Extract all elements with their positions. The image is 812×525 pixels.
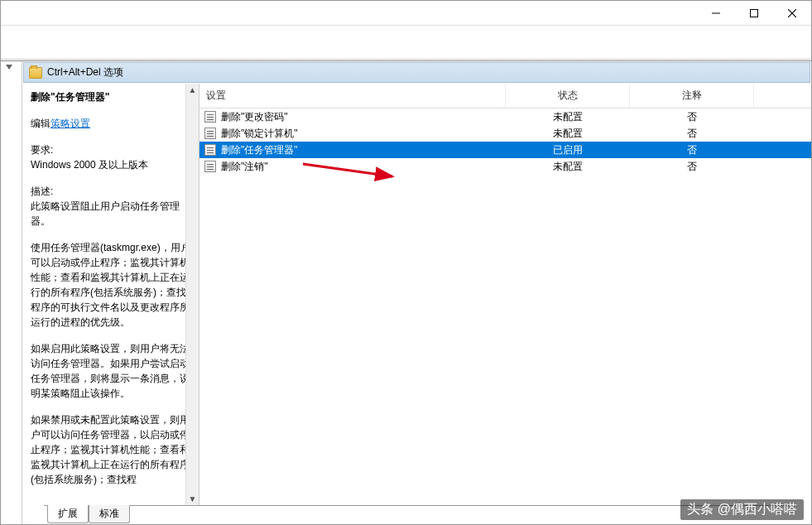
col-state[interactable]: 状态 [506, 84, 630, 108]
policy-note: 否 [630, 110, 754, 124]
panel-header: Ctrl+Alt+Del 选项 [23, 62, 810, 83]
policy-state: 未配置 [506, 110, 630, 124]
col-setting[interactable]: 设置 [199, 84, 506, 108]
policy-note: 否 [630, 160, 754, 174]
policy-row[interactable]: 删除"注销"未配置否 [199, 158, 811, 175]
policy-icon [204, 111, 216, 123]
maximize-button[interactable] [735, 1, 773, 26]
window-frame: Ctrl+Alt+Del 选项 删除"任务管理器" 编辑策略设置 要求: Win… [0, 0, 812, 525]
edit-policy-link[interactable]: 策略设置 [50, 118, 90, 129]
watermark: 头条 @偶西小嗒嗒 [680, 499, 804, 520]
minimize-button[interactable] [697, 1, 735, 26]
description-pane: 删除"任务管理器" 编辑策略设置 要求: Windows 2000 及以上版本 … [22, 84, 199, 505]
edit-label: 编辑 [31, 118, 50, 129]
policy-label: 删除"更改密码" [221, 110, 288, 124]
policy-list-pane: 设置 状态 注释 删除"更改密码"未配置否删除"锁定计算机"未配置否删除"任务管… [199, 84, 811, 505]
policy-state: 未配置 [506, 160, 630, 174]
svg-rect-1 [751, 9, 758, 17]
scroll-up-icon[interactable]: ▲ [189, 84, 197, 96]
tab-standard[interactable]: 标准 [89, 505, 130, 523]
requirements-text: Windows 2000 及以上版本 [31, 157, 190, 172]
description-label: 描述: [31, 184, 190, 199]
titlebar [1, 1, 811, 26]
column-headers: 设置 状态 注释 [199, 84, 811, 108]
col-note[interactable]: 注释 [630, 84, 754, 108]
close-button[interactable] [773, 1, 811, 26]
panel-title: Ctrl+Alt+Del 选项 [47, 65, 123, 79]
policy-state: 未配置 [506, 127, 630, 141]
policy-label: 删除"任务管理器" [221, 143, 298, 157]
folder-icon [29, 67, 42, 79]
policy-row[interactable]: 删除"锁定计算机"未配置否 [199, 125, 811, 142]
description-p2: 使用任务管理器(taskmgr.exe)，用户可以启动或停止程序；监视其计算机性… [31, 240, 190, 330]
main-panel: Ctrl+Alt+Del 选项 删除"任务管理器" 编辑策略设置 要求: Win… [22, 61, 811, 524]
policy-note: 否 [630, 127, 754, 141]
description-p3: 如果启用此策略设置，则用户将无法访问任务管理器。如果用户尝试启动任务管理器，则将… [31, 341, 190, 401]
policy-icon [204, 128, 216, 139]
requirements-label: 要求: [31, 142, 190, 157]
description-p1: 此策略设置阻止用户启动任务管理器。 [31, 199, 190, 229]
scroll-down-icon[interactable]: ▼ [189, 493, 197, 505]
left-scrollbar[interactable]: ▲ ▼ [185, 84, 199, 505]
policy-row[interactable]: 删除"任务管理器"已启用否 [199, 142, 811, 158]
toolbar-area [1, 26, 811, 60]
policy-state: 已启用 [506, 143, 630, 157]
content-area: Ctrl+Alt+Del 选项 删除"任务管理器" 编辑策略设置 要求: Win… [1, 60, 811, 524]
tree-collapse-gutter[interactable] [1, 61, 22, 524]
policy-icon [204, 144, 216, 156]
description-p4: 如果禁用或未配置此策略设置，则用户可以访问任务管理器，以启动或停止程序；监视其计… [31, 412, 190, 487]
split-body: 删除"任务管理器" 编辑策略设置 要求: Windows 2000 及以上版本 … [22, 84, 811, 505]
policy-row[interactable]: 删除"更改密码"未配置否 [199, 108, 811, 125]
tab-extended[interactable]: 扩展 [47, 505, 89, 523]
policy-icon [204, 161, 216, 172]
rows-container: 删除"更改密码"未配置否删除"锁定计算机"未配置否删除"任务管理器"已启用否删除… [199, 108, 811, 175]
policy-title: 删除"任务管理器" [31, 90, 190, 104]
policy-label: 删除"注销" [221, 160, 268, 174]
policy-note: 否 [630, 143, 754, 157]
policy-label: 删除"锁定计算机" [221, 127, 298, 141]
